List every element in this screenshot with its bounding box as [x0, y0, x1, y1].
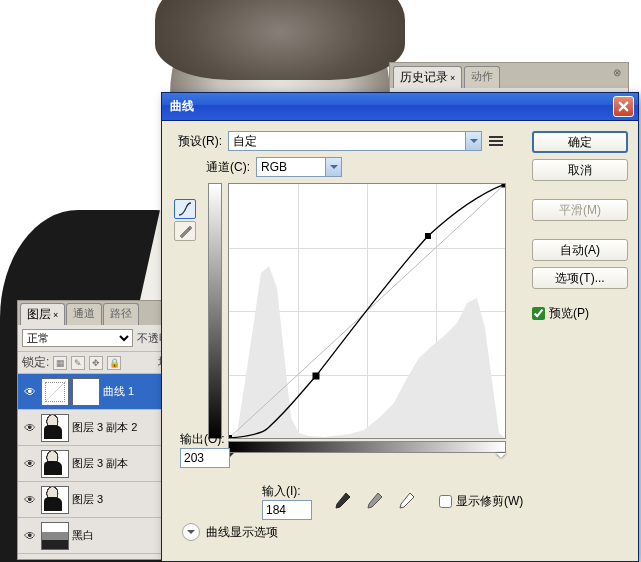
- layer-thumb[interactable]: [41, 450, 69, 478]
- preset-value: 自定: [233, 133, 257, 150]
- disclosure-label: 曲线显示选项: [206, 524, 278, 541]
- white-point-slider[interactable]: [496, 453, 506, 463]
- titlebar[interactable]: 曲线: [162, 93, 638, 121]
- layer-row[interactable]: 👁 黑白: [18, 518, 174, 554]
- layer-row[interactable]: 👁 图层 3 副本 2: [18, 410, 174, 446]
- disclosure-button[interactable]: [182, 523, 200, 541]
- curve-tool-icon[interactable]: [174, 199, 196, 219]
- channel-combo[interactable]: RGB: [256, 157, 342, 177]
- lock-paint-icon[interactable]: ✎: [71, 356, 85, 370]
- auto-button[interactable]: 自动(A): [532, 239, 628, 261]
- preset-menu-icon[interactable]: [488, 133, 504, 149]
- tab-paths[interactable]: 路径: [103, 303, 139, 325]
- lock-all-icon[interactable]: 🔒: [107, 356, 121, 370]
- layer-row[interactable]: 👁 图层 3: [18, 482, 174, 518]
- pencil-tool-icon[interactable]: [174, 221, 196, 241]
- preview-checkbox[interactable]: [532, 307, 545, 320]
- close-icon[interactable]: ×: [450, 73, 455, 83]
- preset-label: 预设(R):: [178, 133, 222, 150]
- curve-icon: [178, 202, 192, 216]
- blend-mode-select[interactable]: 正常: [22, 329, 133, 347]
- close-icon: [618, 101, 629, 112]
- close-icon[interactable]: ×: [53, 310, 58, 320]
- gray-eyedropper-icon[interactable]: [364, 491, 384, 511]
- pencil-icon: [178, 224, 192, 238]
- options-button[interactable]: 选项(T)...: [532, 267, 628, 289]
- tab-channels[interactable]: 通道: [66, 303, 102, 325]
- tab-layers[interactable]: 图层×: [20, 303, 65, 325]
- layer-name: 曲线 1: [103, 384, 134, 399]
- layer-row[interactable]: 👁 图层 3 副本: [18, 446, 174, 482]
- smooth-button: 平滑(M): [532, 199, 628, 221]
- layer-thumb[interactable]: [41, 486, 69, 514]
- input-label: 输入(I):: [262, 483, 312, 500]
- layer-name: 图层 3 副本: [72, 456, 128, 471]
- visibility-icon[interactable]: 👁: [22, 528, 38, 544]
- layer-thumb-curves[interactable]: [41, 378, 69, 406]
- cancel-button[interactable]: 取消: [532, 159, 628, 181]
- layer-name: 黑白: [72, 528, 94, 543]
- white-eyedropper-icon[interactable]: [396, 491, 416, 511]
- layer-name: 图层 3: [72, 492, 103, 507]
- visibility-icon[interactable]: 👁: [22, 492, 38, 508]
- show-clipping-checkbox[interactable]: [439, 495, 452, 508]
- input-field[interactable]: [262, 500, 312, 520]
- photo-hair: [155, 0, 405, 80]
- visibility-icon[interactable]: 👁: [22, 420, 38, 436]
- lock-position-icon[interactable]: ✥: [89, 356, 103, 370]
- tab-history-label: 历史记录: [400, 70, 448, 84]
- layer-name: 图层 3 副本 2: [72, 420, 137, 435]
- visibility-icon[interactable]: 👁: [22, 456, 38, 472]
- curves-dialog: 曲线 预设(R): 自定 通道(C): RGB: [161, 92, 639, 562]
- svg-rect-4: [502, 184, 505, 187]
- ok-button[interactable]: 确定: [532, 131, 628, 153]
- preview-label: 预览(P): [549, 305, 589, 322]
- chevron-down-icon: [325, 158, 341, 176]
- layer-mask-thumb[interactable]: [72, 378, 100, 406]
- black-eyedropper-icon[interactable]: [332, 491, 352, 511]
- channel-value: RGB: [261, 160, 287, 174]
- output-label: 输出(O):: [180, 431, 230, 448]
- curves-grid[interactable]: [228, 183, 506, 439]
- output-field[interactable]: [180, 448, 230, 468]
- chevron-down-icon: [465, 132, 481, 150]
- layer-list: 👁 曲线 1 👁 图层 3 副本 2 👁 图层 3 副本 👁 图层 3 👁 黑白: [18, 374, 174, 554]
- layer-row[interactable]: 👁 曲线 1: [18, 374, 174, 410]
- panel-close-icon[interactable]: ⊗: [610, 67, 624, 81]
- curve-chart: [229, 184, 505, 438]
- show-clipping-label: 显示修剪(W): [456, 493, 523, 510]
- close-button[interactable]: [613, 96, 634, 117]
- layer-thumb[interactable]: [41, 414, 69, 442]
- layer-thumb-bw[interactable]: [41, 522, 69, 550]
- output-gradient: [208, 183, 222, 439]
- channel-label: 通道(C):: [206, 159, 250, 176]
- visibility-icon[interactable]: 👁: [22, 384, 38, 400]
- tab-layers-label: 图层: [27, 307, 51, 321]
- dialog-title: 曲线: [170, 98, 194, 115]
- lock-label: 锁定:: [22, 354, 49, 371]
- svg-rect-2: [313, 373, 319, 379]
- preset-combo[interactable]: 自定: [228, 131, 482, 151]
- tab-actions[interactable]: 动作: [464, 66, 500, 88]
- svg-rect-3: [425, 233, 431, 239]
- lock-transparency-icon[interactable]: ▦: [53, 356, 67, 370]
- layers-panel: 图层× 通道 路径 正常 不透明 锁定: ▦ ✎ ✥ 🔒 填 👁 曲线 1 👁 …: [17, 300, 175, 560]
- input-gradient: [228, 441, 506, 453]
- tab-history[interactable]: 历史记录×: [393, 66, 462, 88]
